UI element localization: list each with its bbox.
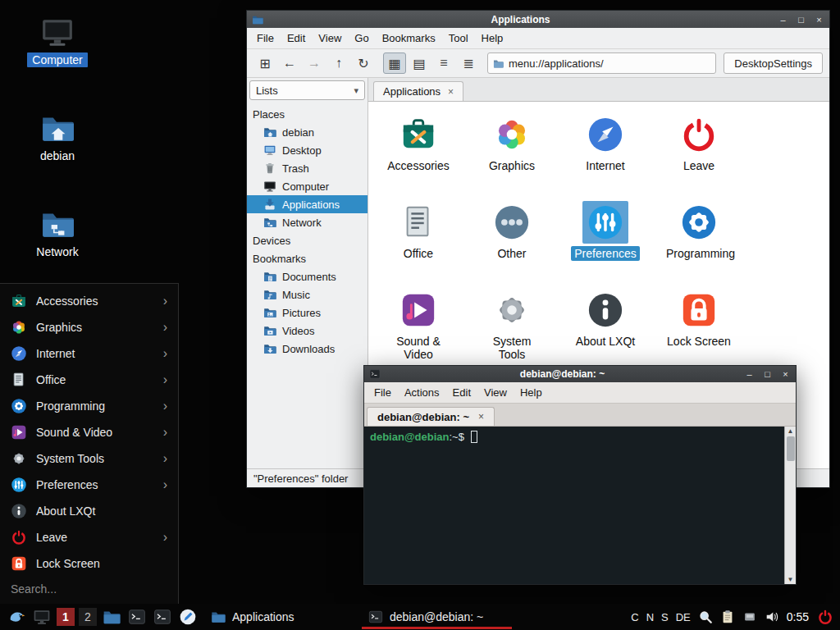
forward-button[interactable]: → — [303, 52, 326, 74]
quicklaunch-xterm[interactable] — [152, 606, 173, 628]
new-tab-button[interactable]: ⊞ — [253, 52, 276, 74]
terminal-body[interactable]: debian@debian:~$ ▲ ▼ — [364, 427, 796, 584]
menu-item-leave[interactable]: Leave › — [0, 524, 178, 550]
compact-view-button[interactable]: ≡ — [432, 52, 455, 74]
search-input[interactable] — [11, 582, 167, 596]
terminal-scrollbar[interactable]: ▲ ▼ — [784, 427, 796, 584]
task-button-applications[interactable]: Applications — [203, 604, 356, 630]
app-icon-office[interactable]: Office — [372, 201, 465, 289]
sidebar-item-documents[interactable]: Documents — [247, 267, 368, 285]
scroll-down-icon[interactable]: ▼ — [788, 576, 794, 583]
menu-item-programming[interactable]: Programming › — [0, 393, 178, 419]
scrollbar-thumb[interactable] — [787, 436, 795, 461]
quicklaunch-text-editor[interactable] — [177, 606, 199, 628]
workspace-1-button[interactable]: 1 — [57, 608, 75, 626]
quicklaunch-file-manager[interactable] — [101, 606, 122, 628]
app-icon-internet[interactable]: Internet — [559, 113, 652, 201]
minimize-button[interactable]: – — [744, 369, 755, 379]
maximize-button[interactable]: □ — [762, 369, 773, 379]
icon-view-button[interactable]: ▦ — [383, 52, 406, 74]
app-icon-leave[interactable]: Leave — [652, 113, 746, 201]
tab-applications[interactable]: Applications × — [373, 81, 463, 101]
internet-icon — [587, 116, 624, 153]
sidebar-item-desktop[interactable]: Desktop — [247, 141, 368, 159]
show-desktop-button[interactable] — [31, 606, 52, 628]
menu-item-accessories[interactable]: Accessories › — [0, 288, 178, 314]
desktop-icon-computer[interactable]: Computer — [23, 15, 92, 67]
menu-actions[interactable]: Actions — [399, 385, 445, 400]
app-icon-other[interactable]: Other — [465, 201, 559, 289]
menu-item-lock-screen[interactable]: Lock Screen — [0, 550, 178, 577]
desktop-settings-button[interactable]: DesktopSettings — [724, 52, 823, 74]
office-icon — [399, 203, 437, 241]
app-icon-graphics[interactable]: Graphics — [465, 113, 559, 201]
clock[interactable]: 0:55 — [787, 610, 809, 623]
sidebar-item-computer[interactable]: Computer — [247, 177, 368, 195]
menu-item-office[interactable]: Office › — [0, 367, 178, 393]
power-button[interactable] — [816, 608, 834, 626]
menu-item-about-lxqt[interactable]: About LXQt — [0, 498, 178, 524]
menu-item-preferences[interactable]: Preferences › — [0, 472, 178, 498]
menu-file[interactable]: File — [251, 30, 280, 46]
speaker-icon[interactable] — [765, 609, 779, 624]
sidebar-item-pictures[interactable]: Pictures — [247, 304, 368, 322]
tab-close-icon[interactable]: × — [478, 411, 484, 422]
removable-media-icon[interactable] — [742, 609, 757, 624]
menu-edit[interactable]: Edit — [447, 385, 477, 400]
app-icon-about-lxqt[interactable]: About LXQt — [559, 289, 652, 377]
minimize-button[interactable]: – — [778, 15, 788, 25]
menu-view[interactable]: View — [478, 385, 513, 400]
detailed-view-button[interactable]: ≣ — [457, 52, 480, 74]
back-button[interactable]: ← — [278, 52, 301, 74]
clipboard-icon[interactable] — [720, 609, 735, 624]
close-button[interactable]: × — [814, 15, 824, 25]
sidebar-item-debian[interactable]: debian — [247, 123, 368, 141]
menu-help[interactable]: Help — [514, 385, 548, 400]
menu-file[interactable]: File — [368, 385, 397, 400]
tab-close-icon[interactable]: × — [448, 86, 454, 98]
sidebar-item-downloads[interactable]: Downloads — [247, 340, 368, 358]
app-icon-system-tools[interactable]: System Tools — [465, 289, 559, 377]
magnifier-icon[interactable] — [698, 609, 713, 624]
app-icon-programming[interactable]: Programming — [652, 201, 746, 289]
keyboard-layout[interactable]: DE — [676, 611, 691, 623]
sidebar-item-network[interactable]: Network — [247, 213, 368, 231]
sidebar-item-videos[interactable]: Videos — [247, 322, 368, 340]
quicklaunch-terminal[interactable] — [126, 606, 148, 628]
menu-item-sound-video[interactable]: Sound & Video › — [0, 419, 178, 445]
scroll-up-icon[interactable]: ▲ — [788, 427, 794, 435]
reload-button[interactable]: ↻ — [352, 52, 375, 74]
menu-tool[interactable]: Tool — [443, 30, 474, 46]
app-icon-label: Sound & Video — [382, 334, 454, 362]
sidebar-item-music[interactable]: Music — [247, 285, 368, 304]
menu-bookmarks[interactable]: Bookmarks — [377, 30, 441, 46]
sidebar-item-trash[interactable]: Trash — [247, 159, 368, 177]
workspace-2-button[interactable]: 2 — [79, 608, 97, 626]
desktop-icon-network[interactable]: Network — [23, 207, 92, 259]
start-menu-button[interactable] — [6, 606, 27, 628]
app-icon-accessories[interactable]: Accessories — [372, 113, 465, 201]
terminal-tab[interactable]: debian@debian: ~ × — [367, 407, 495, 426]
sidebar-item-applications[interactable]: Applications — [247, 195, 368, 213]
close-button[interactable]: × — [780, 369, 791, 379]
menu-edit[interactable]: Edit — [281, 30, 311, 46]
path-input[interactable] — [509, 57, 710, 70]
app-icon-lock-screen[interactable]: Lock Screen — [652, 289, 746, 377]
app-icon-preferences[interactable]: Preferences — [559, 201, 652, 289]
terminal-titlebar[interactable]: debian@debian: ~ – □ × — [364, 366, 796, 382]
up-button[interactable]: ↑ — [327, 52, 350, 74]
fm-titlebar[interactable]: Applications – □ × — [247, 11, 829, 28]
menu-go[interactable]: Go — [349, 30, 374, 46]
menu-item-system-tools[interactable]: System Tools › — [0, 445, 178, 472]
maximize-button[interactable]: □ — [796, 15, 806, 25]
menu-item-graphics[interactable]: Graphics › — [0, 314, 178, 340]
terminal-output[interactable]: debian@debian:~$ — [364, 427, 784, 584]
task-button-terminal[interactable]: debian@debian: ~ — [360, 604, 514, 630]
menu-item-internet[interactable]: Internet › — [0, 340, 178, 367]
thumbnail-view-button[interactable]: ▤ — [408, 52, 431, 74]
menu-view[interactable]: View — [313, 30, 347, 46]
menu-help[interactable]: Help — [476, 30, 509, 46]
desktop-icon-debian[interactable]: debian — [23, 111, 92, 163]
sidebar-mode-combo[interactable]: Lists ▾ — [249, 80, 365, 100]
app-icon-sound-video[interactable]: Sound & Video — [372, 289, 465, 377]
